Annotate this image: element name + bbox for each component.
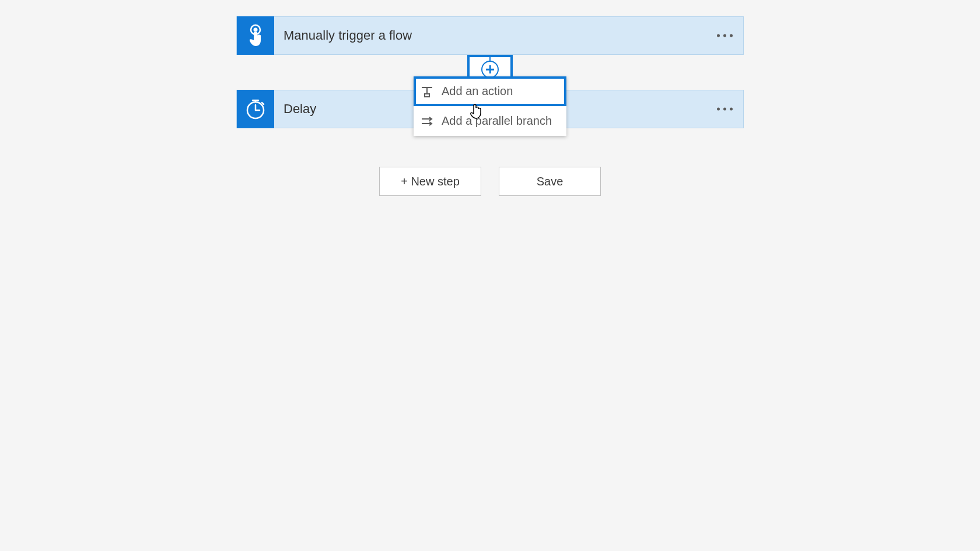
add-action-icon <box>421 86 435 97</box>
new-step-button[interactable]: + New step <box>379 167 481 196</box>
menu-item-label: Add a parallel branch <box>442 114 552 128</box>
menu-item-label: Add an action <box>442 85 513 98</box>
timer-icon <box>237 90 274 128</box>
button-label: + New step <box>401 175 460 188</box>
flow-step-label: Manually trigger a flow <box>284 28 412 43</box>
more-options-button[interactable] <box>717 108 733 111</box>
svg-rect-10 <box>425 94 429 97</box>
menu-item-add-action[interactable]: Add an action <box>414 76 566 106</box>
save-button[interactable]: Save <box>499 167 601 196</box>
flow-step-label: Delay <box>284 101 316 117</box>
button-label: Save <box>537 175 564 188</box>
add-parallel-branch-icon <box>421 115 435 127</box>
flow-step-trigger[interactable]: Manually trigger a flow <box>236 16 744 55</box>
svg-point-1 <box>254 28 258 32</box>
more-options-button[interactable] <box>717 34 733 37</box>
svg-line-7 <box>262 103 264 104</box>
flow-canvas: Manually trigger a flow Delay <box>0 0 980 196</box>
touch-icon <box>237 16 274 55</box>
menu-item-add-parallel-branch[interactable]: Add a parallel branch <box>414 106 566 136</box>
insert-step-menu: Add an action Add a parallel branch <box>414 76 566 136</box>
plus-icon <box>481 61 499 78</box>
footer-actions: + New step Save <box>0 167 980 196</box>
